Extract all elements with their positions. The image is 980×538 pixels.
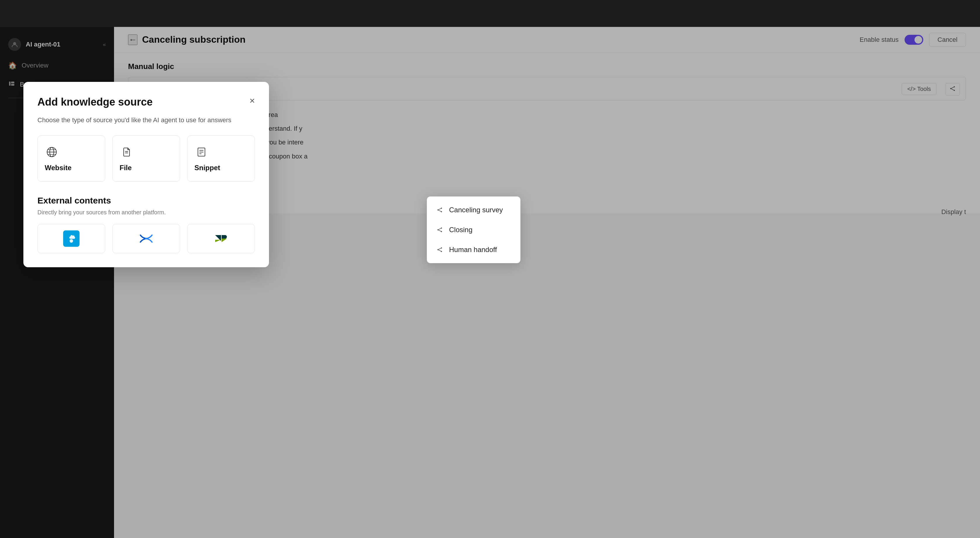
modal-overlay xyxy=(0,0,980,538)
modal-subtitle: Choose the type of source you'd like the… xyxy=(37,115,255,125)
svg-line-20 xyxy=(438,228,441,230)
website-icon xyxy=(45,145,59,159)
svg-point-38 xyxy=(70,239,73,243)
snippet-label: Snippet xyxy=(194,164,220,172)
svg-line-26 xyxy=(438,250,441,251)
confluence-icon xyxy=(138,233,154,244)
external-subtitle: Directly bring your sources from another… xyxy=(37,209,255,216)
dropdown-item-human-handoff[interactable]: Human handoff xyxy=(427,240,520,259)
closing-icon xyxy=(435,225,444,234)
source-card-file[interactable]: File xyxy=(112,135,180,181)
modal-header: Add knowledge source × xyxy=(37,96,255,108)
source-cards: Website File Sni xyxy=(37,135,255,181)
zendesk-icon xyxy=(213,233,229,244)
canceling-survey-icon xyxy=(435,205,444,215)
human-handoff-icon xyxy=(435,245,444,255)
source-card-snippet[interactable]: Snippet xyxy=(187,135,255,181)
salesforce-icon xyxy=(63,231,80,247)
modal-close-button[interactable]: × xyxy=(250,96,255,105)
website-label: Website xyxy=(45,164,72,172)
ext-card-salesforce[interactable] xyxy=(37,224,105,253)
file-icon xyxy=(119,145,134,159)
dropdown-item-canceling-survey[interactable]: Canceling survey xyxy=(427,200,520,220)
add-knowledge-modal: Add knowledge source × Choose the type o… xyxy=(23,82,269,267)
dropdown-menu: Canceling survey Closing xyxy=(427,196,520,263)
dropdown-item-closing-label: Closing xyxy=(449,226,473,234)
dropdown-item-canceling-survey-label: Canceling survey xyxy=(449,206,503,214)
external-cards xyxy=(37,224,255,253)
modal-title: Add knowledge source xyxy=(37,96,250,108)
svg-line-16 xyxy=(438,210,441,212)
ext-card-confluence[interactable] xyxy=(112,224,180,253)
file-label: File xyxy=(119,164,132,172)
dropdown-item-closing[interactable]: Closing xyxy=(427,220,520,240)
snippet-icon xyxy=(194,145,208,159)
svg-line-21 xyxy=(438,230,441,232)
ext-card-zendesk[interactable] xyxy=(187,224,255,253)
external-title: External contents xyxy=(37,196,255,205)
source-card-website[interactable]: Website xyxy=(37,135,105,181)
svg-line-15 xyxy=(438,208,441,210)
svg-line-25 xyxy=(438,248,441,250)
dropdown-item-human-handoff-label: Human handoff xyxy=(449,246,497,254)
